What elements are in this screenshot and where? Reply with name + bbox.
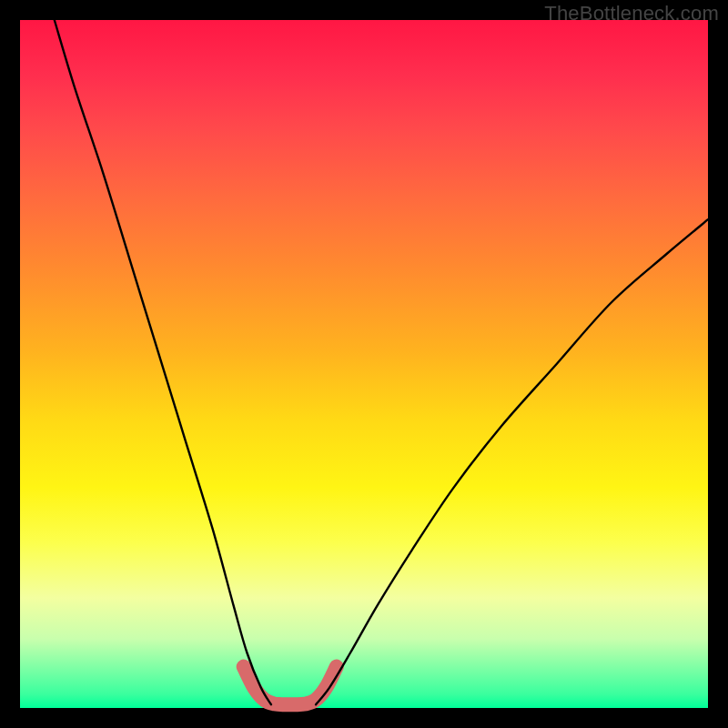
plot-area [20, 20, 708, 708]
valley-highlight-path [244, 667, 337, 705]
watermark-label: TheBottleneck.com [544, 2, 719, 25]
left-curve-path [55, 20, 271, 704]
chart-frame: TheBottleneck.com [0, 0, 728, 728]
right-curve-path [316, 219, 708, 704]
curves-svg [20, 20, 708, 708]
